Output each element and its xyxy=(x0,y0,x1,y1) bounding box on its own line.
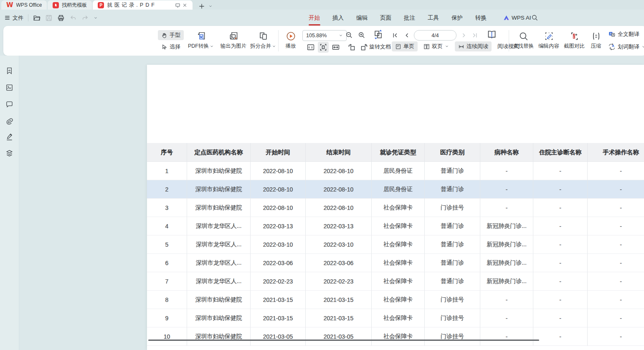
menu-tab-edit[interactable]: 编辑 xyxy=(355,14,368,22)
open-file-icon[interactable] xyxy=(33,14,41,22)
first-page-icon[interactable] xyxy=(392,32,399,39)
table-cell: 2022-08-10 xyxy=(251,162,306,180)
compress-label: 压缩 xyxy=(591,43,601,50)
continuous-reading-label: 连续阅读 xyxy=(467,43,488,50)
single-page-label: 单页 xyxy=(403,43,414,50)
comment-icon[interactable] xyxy=(5,100,13,108)
zoom-level-value: 105.88% xyxy=(306,33,327,38)
redo-icon[interactable] xyxy=(81,14,89,22)
play-icon xyxy=(286,31,296,41)
rotate-left-button[interactable] xyxy=(346,42,357,53)
layers-icon[interactable] xyxy=(5,149,13,157)
table-cell: 2022-02-23 xyxy=(251,272,306,291)
zoom-in-icon[interactable] xyxy=(358,31,365,39)
play-button[interactable]: 播放 xyxy=(281,29,300,52)
prev-page-icon[interactable] xyxy=(403,32,411,39)
table-cell: 深圳市龙华区人... xyxy=(187,272,251,291)
select-tool-button[interactable]: 选择 xyxy=(158,42,184,52)
table-cell: - xyxy=(533,291,588,309)
menu-tab-convert[interactable]: 转换 xyxy=(474,14,487,22)
attachment-icon[interactable] xyxy=(5,117,13,125)
undo-icon[interactable] xyxy=(69,14,77,22)
quickbar-chevron-icon[interactable] xyxy=(94,16,98,20)
zoom-level-combobox[interactable]: 105.88% xyxy=(302,30,347,41)
pdf-convert-icon xyxy=(196,31,206,41)
tab-bar: W WPS Office 找稻壳模板 P 就医记录.PDF xyxy=(0,0,644,10)
menu-tab-tools[interactable]: 工具 xyxy=(427,14,440,22)
next-page-icon[interactable] xyxy=(460,32,467,39)
zoom-out-icon[interactable] xyxy=(345,31,353,39)
split-merge-button[interactable]: 拆分合并 xyxy=(248,29,278,52)
actual-size-button[interactable] xyxy=(305,42,316,53)
thumbnail-icon[interactable] xyxy=(5,84,13,92)
last-page-icon[interactable] xyxy=(471,32,478,39)
word-translate-label: 划词翻译 xyxy=(618,43,639,51)
hand-tool-button[interactable]: 手型 xyxy=(158,30,184,40)
table-cell: - xyxy=(480,199,533,217)
rotate-doc-button[interactable]: 旋转文档 xyxy=(369,43,391,51)
table-cell: 5 xyxy=(147,235,187,254)
file-menu-button[interactable]: 文件 xyxy=(4,14,23,22)
table-cell: 2021-03-15 xyxy=(251,309,306,327)
table-cell: - xyxy=(588,309,644,327)
table-row: 8深圳市妇幼保健院2021-03-152021-03-15社会保障卡门诊挂号--… xyxy=(147,291,644,309)
table-cell: 门诊挂号 xyxy=(425,309,480,327)
page-number-input[interactable]: 4/4 xyxy=(414,30,456,41)
menu-tab-wps-ai[interactable]: WPS AI xyxy=(503,15,531,21)
menu-tab-home[interactable]: 开始 xyxy=(308,14,321,22)
compress-button[interactable]: 压缩 xyxy=(586,29,606,52)
signature-icon[interactable] xyxy=(5,133,13,141)
table-cell: 1 xyxy=(147,162,187,180)
table-cell: - xyxy=(533,309,588,327)
table-cell: 门诊挂号 xyxy=(425,199,480,217)
screenshot-compare-button[interactable]: 截图对比 xyxy=(562,29,586,52)
full-translate-label: 全文翻译 xyxy=(618,31,639,38)
menu-tab-insert[interactable]: 插入 xyxy=(332,14,345,22)
table-cell: 普通门诊 xyxy=(425,272,480,291)
table-cell: 深圳市妇幼保健院 xyxy=(187,327,251,346)
menu-search-icon[interactable] xyxy=(531,14,538,21)
pdf-convert-button[interactable]: PDF转换 xyxy=(186,29,216,52)
menu-tab-comment[interactable]: 批注 xyxy=(403,14,416,22)
table-cell: - xyxy=(480,291,533,309)
export-image-button[interactable]: 输出为图片 xyxy=(217,29,250,52)
fit-width-button[interactable] xyxy=(330,42,341,53)
tab-list-chevron-icon[interactable] xyxy=(208,4,213,8)
table-cell: 社会保障卡 xyxy=(372,291,425,309)
table-cell: 普通门诊 xyxy=(425,235,480,254)
wps-logo-icon: W xyxy=(6,1,13,9)
menu-tab-protect[interactable]: 保护 xyxy=(451,14,464,22)
pdf-page[interactable]: 序号定点医药机构名称开始时间结束时间就诊凭证类型医疗类别病种名称住院主诊断名称手… xyxy=(147,65,644,350)
rotate-right-button[interactable] xyxy=(359,42,370,53)
word-translate-button[interactable]: A 划词翻译 xyxy=(608,43,644,51)
docer-logo-icon xyxy=(53,2,59,8)
full-translate-button[interactable]: A 全文翻译 xyxy=(608,31,639,38)
table-cell: - xyxy=(588,180,644,199)
tab-document-pdf[interactable]: P 就医记录.PDF xyxy=(93,0,193,10)
table-cell: - xyxy=(533,199,588,217)
fit-page-button[interactable] xyxy=(318,42,329,53)
wps-ai-icon xyxy=(503,15,510,21)
menu-tab-page[interactable]: 页面 xyxy=(379,14,392,22)
bookmark-icon[interactable] xyxy=(5,67,13,75)
table-cell: - xyxy=(533,272,588,291)
tab-docer-templates[interactable]: 找稻壳模板 xyxy=(48,0,92,10)
save-icon[interactable] xyxy=(45,14,53,22)
hand-tool-label: 手型 xyxy=(170,31,180,39)
edit-content-button[interactable]: 编辑内容 xyxy=(537,29,561,52)
monitor-icon[interactable] xyxy=(175,3,180,8)
table-row: 4深圳市龙华区人...2022-03-132022-03-13社会保障卡普通门诊… xyxy=(147,217,644,235)
double-page-button[interactable]: 双页 xyxy=(420,41,452,51)
close-icon[interactable] xyxy=(182,3,188,8)
new-tab-icon[interactable] xyxy=(198,3,205,10)
continuous-reading-button[interactable]: 连续阅读 xyxy=(455,41,492,51)
print-icon[interactable] xyxy=(57,14,65,22)
tab-wps-office[interactable]: W WPS Office xyxy=(1,0,47,10)
table-cell: - xyxy=(588,162,644,180)
find-replace-button[interactable]: 查找替换 xyxy=(511,29,535,52)
compress-icon xyxy=(591,31,601,41)
select-tool-label: 选择 xyxy=(170,43,180,51)
single-page-button[interactable]: 单页 xyxy=(392,41,418,51)
divider xyxy=(509,30,509,51)
table-cell: - xyxy=(588,235,644,254)
